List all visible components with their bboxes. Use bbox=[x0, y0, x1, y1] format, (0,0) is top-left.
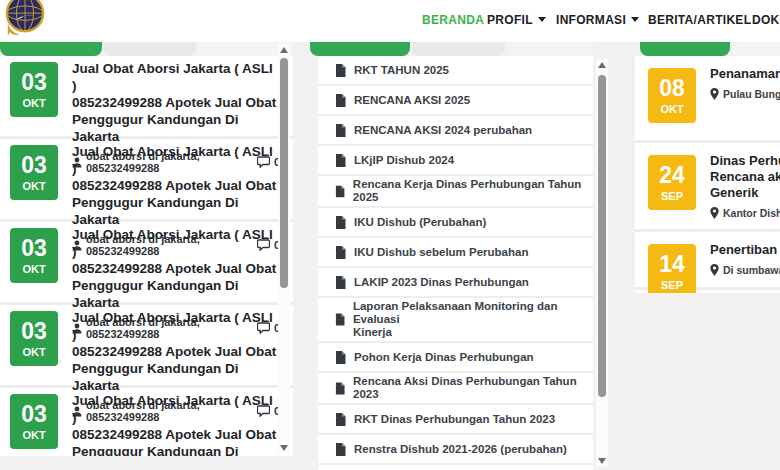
location-pin-icon bbox=[710, 264, 719, 276]
agenda-list-item[interactable]: 14 SEP Penertiban j Di sumbawa be bbox=[635, 232, 780, 290]
document-list-item[interactable]: RKT Dinas Perhubungan Tahun 2023 bbox=[318, 405, 593, 435]
agenda-item-body: Penanaman Pulau Bungin K bbox=[710, 56, 780, 110]
agenda-location-text: Kantor Dishub bbox=[723, 207, 780, 219]
chevron-down-icon bbox=[538, 17, 546, 22]
agenda-list-item[interactable]: 24 SEP Dinas Perhu Rencana aks Generik K… bbox=[635, 143, 780, 232]
agenda-location: Pulau Bungin K bbox=[710, 88, 780, 100]
agenda-list-item[interactable]: 08 OKT Penanaman Pulau Bungin K bbox=[635, 56, 780, 143]
documents-tab-inactive[interactable] bbox=[412, 42, 505, 56]
agenda-date-badge: 08 OKT bbox=[648, 68, 696, 123]
document-label: Pohon Kerja Dinas Perhubungan bbox=[354, 351, 534, 364]
news-list-item[interactable]: 03 OKT Jual Obat Aborsi Jakarta ( ASLI )… bbox=[0, 222, 293, 305]
scroll-up-icon[interactable] bbox=[280, 47, 288, 53]
location-pin-icon bbox=[710, 207, 719, 219]
news-list-item[interactable]: 03 OKT Jual Obat Aborsi Jakarta ( ASLI )… bbox=[0, 139, 293, 222]
news-scrollbar[interactable] bbox=[278, 44, 290, 454]
news-date-badge: 03 OKT bbox=[10, 228, 58, 283]
nav-item[interactable]: DOKUMEN bbox=[752, 13, 780, 27]
news-date-month: OKT bbox=[22, 180, 45, 193]
file-icon bbox=[335, 382, 345, 395]
news-date-day: 03 bbox=[21, 319, 47, 343]
document-list-item[interactable]: RENCANA AKSI 2024 perubahan bbox=[318, 116, 593, 146]
news-date-day: 03 bbox=[21, 153, 47, 177]
document-list-item[interactable]: RKT TAHUN 2025 bbox=[318, 56, 593, 86]
document-label: Rencana Aksi Dinas Perhubungan Tahun 202… bbox=[353, 375, 583, 401]
document-list-item[interactable]: LKjIP Dishub 2024 bbox=[318, 146, 593, 176]
nav-item[interactable]: PROFIL bbox=[487, 13, 546, 27]
file-icon bbox=[335, 154, 346, 167]
news-scrollbar-thumb[interactable] bbox=[280, 58, 288, 288]
nav-item[interactable]: BERANDA bbox=[422, 13, 484, 27]
location-pin-icon bbox=[710, 88, 719, 100]
agenda-tab-active[interactable] bbox=[640, 42, 730, 56]
nav-item[interactable]: INFORMASI bbox=[556, 13, 639, 27]
documents-scrollbar-thumb[interactable] bbox=[598, 75, 606, 397]
nav-item-label: BERITA/ARTIKEL bbox=[648, 13, 751, 27]
dishub-website-page: BERANDA PROFIL INFORMASI BERITA/ARTIKEL … bbox=[0, 0, 780, 470]
agenda-list: 08 OKT Penanaman Pulau Bungin K 24 SEP D… bbox=[635, 56, 780, 293]
agenda-item-body: Dinas Perhu Rencana aks Generik Kantor D… bbox=[710, 143, 780, 229]
documents-tab-inactive-2[interactable] bbox=[507, 42, 593, 56]
file-icon bbox=[335, 413, 346, 426]
agenda-title-link[interactable]: Dinas Perhu Rencana aks Generik bbox=[710, 153, 780, 201]
news-date-month: OKT bbox=[22, 429, 45, 442]
news-tab-inactive[interactable] bbox=[104, 42, 196, 56]
news-tabstrip bbox=[0, 42, 293, 56]
documents-scrollbar[interactable] bbox=[596, 59, 608, 467]
agenda-location: Di sumbawa be bbox=[710, 264, 780, 276]
agenda-date-month: SEP bbox=[661, 279, 683, 292]
agenda-title-link[interactable]: Penertiban j bbox=[710, 242, 780, 258]
news-item-body: Jual Obat Aborsi Jakarta ( ASLI ) 085232… bbox=[72, 392, 280, 456]
nav-item-label: BERANDA bbox=[422, 13, 484, 27]
news-title-link[interactable]: Jual Obat Aborsi Jakarta ( ASLI ) 085232… bbox=[72, 60, 280, 145]
document-label: Rencana Kerja Dinas Perhubungan Tahun 20… bbox=[353, 178, 583, 204]
scroll-down-icon[interactable] bbox=[280, 445, 288, 451]
agenda-date-month: SEP bbox=[661, 190, 683, 203]
file-icon bbox=[335, 276, 346, 289]
news-date-day: 03 bbox=[21, 402, 47, 426]
document-list-item[interactable]: LAKIP 2023 Dinas Perhubungan bbox=[318, 268, 593, 298]
documents-tabstrip bbox=[318, 42, 593, 56]
agenda-tab-inactive[interactable] bbox=[732, 42, 780, 56]
document-list-item[interactable]: Rencana Aksi Dinas Perhubungan Tahun 202… bbox=[318, 373, 593, 405]
news-date-day: 03 bbox=[21, 236, 47, 260]
agenda-date-badge: 14 SEP bbox=[648, 244, 696, 293]
agenda-date-month: OKT bbox=[660, 103, 683, 116]
agenda-date-badge: 24 SEP bbox=[648, 155, 696, 210]
file-icon bbox=[335, 64, 346, 77]
document-list-item[interactable]: Rencana Kerja Dinas Perhubungan Tahun 20… bbox=[318, 176, 593, 208]
news-title-link[interactable]: Jual Obat Aborsi Jakarta ( ASLI ) 085232… bbox=[72, 309, 280, 394]
news-date-month: OKT bbox=[22, 346, 45, 359]
document-list-item[interactable]: Pohon Kerja Dinas Perhubungan bbox=[318, 343, 593, 373]
document-list-item[interactable]: RENCANA AKSI 2025 bbox=[318, 86, 593, 116]
document-list-item[interactable]: IKU Dishub (Perubahan) bbox=[318, 208, 593, 238]
news-date-month: OKT bbox=[22, 263, 45, 276]
agenda-title-link[interactable]: Penanaman bbox=[710, 66, 780, 82]
nav-item[interactable]: BERITA/ARTIKEL bbox=[648, 13, 751, 27]
news-title-link[interactable]: Jual Obat Aborsi Jakarta ( ASLI ) 085232… bbox=[72, 143, 280, 228]
news-list-item[interactable]: 03 OKT Jual Obat Aborsi Jakarta ( ASLI )… bbox=[0, 388, 293, 456]
agenda-item-body: Penertiban j Di sumbawa be bbox=[710, 232, 780, 286]
news-date-badge: 03 OKT bbox=[10, 394, 58, 449]
documents-list: RKT TAHUN 2025 RENCANA AKSI 2025 RENCANA… bbox=[318, 56, 593, 470]
file-icon bbox=[335, 94, 346, 107]
document-label: IKU Dishub sebelum Perubahan bbox=[354, 246, 528, 259]
news-tab-active[interactable] bbox=[0, 42, 102, 56]
document-list-item[interactable]: Renstra Dishub 2021-2026 (perubahan) bbox=[318, 435, 593, 465]
scroll-up-icon[interactable] bbox=[598, 62, 606, 68]
document-list-item[interactable]: IKU Dishub sebelum Perubahan bbox=[318, 238, 593, 268]
documents-panel: RKT TAHUN 2025 RENCANA AKSI 2025 RENCANA… bbox=[318, 42, 593, 470]
agenda-tabstrip bbox=[635, 42, 780, 56]
news-title-link[interactable]: Jual Obat Aborsi Jakarta ( ASLI ) 085232… bbox=[72, 392, 280, 456]
news-title-link[interactable]: Jual Obat Aborsi Jakarta ( ASLI ) 085232… bbox=[72, 226, 280, 311]
news-panel: 03 OKT Jual Obat Aborsi Jakarta ( ASLI )… bbox=[0, 42, 293, 456]
document-list-item[interactable]: Laporan Pelaksanaan Monitoring dan Evalu… bbox=[318, 298, 593, 343]
file-icon bbox=[335, 313, 345, 326]
agenda-location-text: Di sumbawa be bbox=[723, 264, 780, 276]
news-list-item[interactable]: 03 OKT Jual Obat Aborsi Jakarta ( ASLI )… bbox=[0, 305, 293, 388]
documents-tab-active[interactable] bbox=[310, 42, 410, 56]
news-list-item[interactable]: 03 OKT Jual Obat Aborsi Jakarta ( ASLI )… bbox=[0, 56, 293, 139]
agenda-date-day: 14 bbox=[659, 252, 685, 276]
nav-item-label: INFORMASI bbox=[556, 13, 626, 27]
scroll-down-icon[interactable] bbox=[598, 458, 606, 464]
